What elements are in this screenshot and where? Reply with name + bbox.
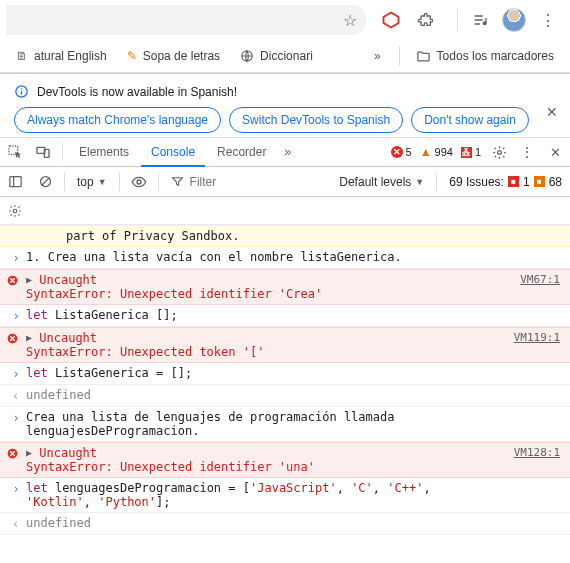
close-devtools-icon[interactable]: ✕ — [542, 139, 568, 165]
console-row[interactable]: ›let ListaGenerica = []; — [0, 363, 570, 385]
issues-orange-count: 68 — [549, 175, 562, 189]
input-arrow-icon: › — [6, 481, 26, 496]
svg-point-15 — [13, 209, 17, 213]
doc-icon: 🗎 — [16, 49, 28, 63]
adblock-icon[interactable] — [375, 4, 407, 36]
chrome-menu-icon[interactable]: ⋮ — [532, 4, 564, 36]
svg-point-4 — [21, 88, 23, 90]
output-arrow-icon: › — [6, 516, 26, 531]
all-bookmarks-button[interactable]: Todos los marcadores — [408, 45, 562, 68]
live-expression-icon[interactable] — [126, 169, 152, 195]
bookmark-label: atural English — [34, 49, 107, 63]
console-message: let ListaGenerica = []; — [26, 366, 562, 380]
console-row[interactable]: ›1. Crea una lista vacía con el nombre l… — [0, 247, 570, 269]
blank-gutter — [6, 229, 26, 230]
error-icon — [6, 446, 26, 460]
language-notice: DevTools is now available in Spanish! Al… — [0, 74, 570, 137]
bookmark-item[interactable]: ✎ Sopa de letras — [119, 45, 228, 67]
extension-counter[interactable]: ⁂ 1 — [458, 146, 484, 158]
separator — [64, 173, 65, 191]
bookmarks-bar: 🗎 atural English ✎ Sopa de letras Diccio… — [0, 40, 570, 72]
filter-input[interactable] — [190, 175, 280, 189]
tabs-overflow[interactable]: » — [278, 137, 297, 167]
bookmark-label: Diccionari — [260, 49, 313, 63]
devtools-tabs: Elements Console Recorder » ✕ 5 ▲ 994 ⁂ … — [0, 137, 570, 167]
separator — [62, 143, 63, 161]
folder-icon — [416, 49, 431, 64]
bookmark-item[interactable]: Diccionari — [232, 45, 321, 67]
switch-language-button[interactable]: Switch DevTools to Spanish — [229, 107, 403, 133]
context-selector[interactable]: top ▼ — [71, 175, 113, 189]
expand-triangle-icon[interactable]: ▶ — [26, 274, 32, 285]
sidebar-toggle-icon[interactable] — [2, 169, 28, 195]
expand-triangle-icon[interactable]: ▶ — [26, 447, 32, 458]
settings-icon[interactable] — [486, 139, 512, 165]
filter-box[interactable] — [165, 175, 315, 189]
error-counter[interactable]: ✕ 5 — [388, 146, 415, 158]
sidepanel-music-icon[interactable] — [464, 4, 496, 36]
chevron-down-icon: ▼ — [415, 177, 424, 187]
warning-counter[interactable]: ▲ 994 — [417, 145, 456, 159]
console-output: part of Privacy Sandbox.›1. Crea una lis… — [0, 225, 570, 563]
console-row[interactable]: ›let ListaGenerica []; — [0, 305, 570, 327]
levels-label: Default levels — [339, 175, 411, 189]
source-link[interactable]: VM119:1 — [514, 331, 560, 344]
console-row[interactable]: ›Crea una lista de lenguajes de programa… — [0, 407, 570, 442]
svg-rect-10 — [9, 177, 20, 187]
chevron-down-icon: ▼ — [98, 177, 107, 187]
console-row[interactable]: ▶ UncaughtSyntaxError: Unexpected token … — [0, 327, 570, 363]
console-message: ▶ UncaughtSyntaxError: Unexpected identi… — [26, 273, 562, 301]
console-message: ▶ UncaughtSyntaxError: Unexpected token … — [26, 331, 562, 359]
match-language-button[interactable]: Always match Chrome's language — [14, 107, 221, 133]
tab-console[interactable]: Console — [141, 137, 205, 167]
console-message: let ListaGenerica []; — [26, 308, 562, 322]
close-icon[interactable]: ✕ — [546, 104, 558, 120]
issues-red-count: 1 — [523, 175, 530, 189]
omnibox[interactable]: ☆ — [6, 5, 367, 35]
console-row[interactable]: ›let lenguagesDeProgramacion = ['JavaScr… — [0, 478, 570, 513]
console-message: let lenguagesDeProgramacion = ['JavaScri… — [26, 481, 562, 509]
error-icon — [6, 273, 26, 287]
console-row[interactable]: ›undefined — [0, 385, 570, 407]
more-icon[interactable]: ⋮ — [514, 139, 540, 165]
pencil-icon: ✎ — [127, 49, 137, 63]
bookmarks-overflow[interactable]: » — [364, 45, 391, 67]
console-toolbar: top ▼ Default levels ▼ 69 Issues: ■ 1 ■ … — [0, 167, 570, 197]
source-link[interactable]: VM67:1 — [520, 273, 560, 286]
input-arrow-icon: › — [6, 250, 26, 265]
globe-icon — [240, 49, 254, 63]
star-icon[interactable]: ☆ — [343, 11, 357, 30]
extensions-icon[interactable] — [409, 4, 441, 36]
bookmark-item[interactable]: 🗎 atural English — [8, 45, 115, 67]
dont-show-again-button[interactable]: Don't show again — [411, 107, 529, 133]
console-message: ▶ UncaughtSyntaxError: Unexpected identi… — [26, 446, 562, 474]
console-row[interactable]: ▶ UncaughtSyntaxError: Unexpected identi… — [0, 442, 570, 478]
clear-console-icon[interactable] — [32, 169, 58, 195]
separator — [436, 173, 437, 191]
bookmark-label: Sopa de letras — [143, 49, 220, 63]
svg-marker-0 — [384, 13, 399, 28]
inspect-icon[interactable] — [2, 139, 28, 165]
issues-label: 69 Issues: — [449, 175, 504, 189]
console-row[interactable]: ▶ UncaughtSyntaxError: Unexpected identi… — [0, 269, 570, 305]
console-settings-icon[interactable] — [2, 198, 28, 224]
expand-triangle-icon[interactable]: ▶ — [26, 332, 32, 343]
notice-text: DevTools is now available in Spanish! — [37, 85, 237, 99]
issues-button[interactable]: 69 Issues: ■ 1 ■ 68 — [443, 175, 568, 189]
console-message: part of Privacy Sandbox. — [26, 229, 562, 243]
svg-point-9 — [497, 150, 501, 154]
console-row[interactable]: ›undefined — [0, 513, 570, 535]
device-icon[interactable] — [30, 139, 56, 165]
source-link[interactable]: VM128:1 — [514, 446, 560, 459]
separator — [158, 173, 159, 191]
log-levels-selector[interactable]: Default levels ▼ — [333, 175, 430, 189]
tab-elements[interactable]: Elements — [69, 137, 139, 167]
error-icon — [6, 331, 26, 345]
info-icon — [14, 84, 29, 99]
console-row[interactable]: part of Privacy Sandbox. — [0, 225, 570, 247]
browser-toolbar: ☆ ⋮ — [0, 0, 570, 40]
tab-recorder[interactable]: Recorder — [207, 137, 276, 167]
input-arrow-icon: › — [6, 366, 26, 381]
profile-avatar[interactable] — [498, 4, 530, 36]
console-message: Crea una lista de lenguajes de programac… — [26, 410, 562, 438]
